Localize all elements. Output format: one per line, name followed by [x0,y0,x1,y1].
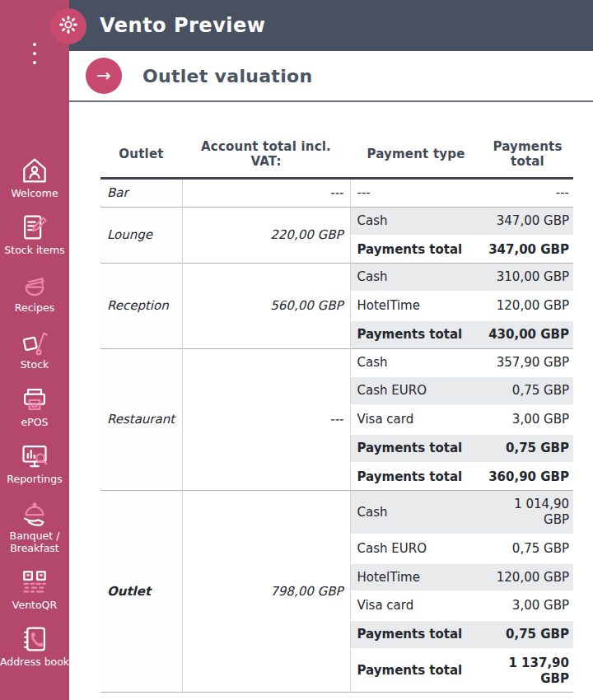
home-user-icon [19,155,50,186]
payment-type-cell: Payments total [350,620,482,649]
table-row: Reception560,00 GBPCash310,00 GBP [100,264,573,292]
account-total-cell: --- [182,348,350,491]
payment-total-cell: 120,00 GBP [482,563,573,592]
payment-type-cell: HotelTime [350,292,482,320]
table-row: Outlet798,00 GBPCash1 014,90 GBP [100,491,573,534]
payment-type-cell: Cash EURO [350,376,482,405]
payment-type-cell: Visa card [350,591,482,620]
payment-total-cell: 0,75 GBP [482,434,573,463]
sidebar-item-label: ePOS [21,417,48,428]
sidebar-item-label: Stock [21,359,49,371]
sidebar-item-label: VentoQR [12,600,57,611]
outlet-cell: Reception [100,264,182,348]
payment-total-cell: 430,00 GBP [482,320,573,348]
payment-total-cell: 120,00 GBP [482,292,573,320]
sidebar-item-label: Reportings [7,474,62,485]
table-row: Lounge220,00 GBPCash347,00 GBP [100,207,573,235]
payment-total-cell: --- [482,179,573,208]
column-header: Payment type [350,136,482,179]
qr-code-icon [19,567,50,598]
bowls-icon [19,269,50,301]
settings-button[interactable] [50,8,86,44]
sidebar-nav: WelcomeStock itemsRecipesStockePOSReport… [0,155,69,681]
payment-total-cell: 0,75 GBP [482,620,573,649]
payment-type-cell: Payments total [350,649,482,693]
payment-total-cell: 0,75 GBP [482,534,573,563]
page-nav-button[interactable]: → [86,58,122,94]
sidebar-item-stock-items[interactable]: Stock items [4,212,64,256]
sidebar-item-label: Welcome [11,188,58,199]
sidebar-item-address-book[interactable]: Address book [0,623,69,668]
payment-type-cell: Payments total [350,320,482,348]
sidebar-item-ventoqr[interactable]: VentoQR [12,567,57,611]
sidebar-item-epos[interactable]: ePOS [19,384,50,428]
payment-total-cell: 360,90 GBP [482,463,573,491]
outlet-cell: Bar [100,179,182,208]
column-header: Payments total [482,136,573,179]
payment-type-cell: Payments total [350,434,482,463]
account-total-cell: --- [182,179,350,208]
document-pencil-icon [19,212,50,243]
arrow-right-icon: → [96,66,111,86]
sidebar-item-label: Recipes [15,302,54,314]
outlet-cell: Restaurant [100,348,182,491]
payment-type-cell: Payments total [350,463,482,491]
payment-type-cell: --- [350,179,482,208]
sidebar-item-stock[interactable]: Stock [19,326,50,371]
sidebar-item-label: Banquet / Breakfast [10,530,60,554]
payment-type-cell: Cash [350,207,482,235]
table-header-row: OutletAccount total incl. VAT:Payment ty… [100,136,573,179]
outlet-cell: Outlet [100,491,182,693]
sidebar-item-recipes[interactable]: Recipes [15,269,54,314]
cloche-icon [19,497,50,529]
payment-type-cell: Cash [350,348,482,376]
table-row: Bar--------- [100,179,573,208]
app-header: Vento Preview [69,0,593,51]
payment-type-cell: Cash [350,264,482,292]
payment-total-cell: 0,75 GBP [482,376,573,405]
column-header: Outlet [100,136,182,179]
address-book-icon [19,623,50,655]
monitor-chart-icon [19,441,50,472]
sidebar-item-label: Address book [0,656,69,668]
payment-type-cell: Payments total [350,236,482,264]
payment-total-cell: 310,00 GBP [482,264,573,292]
account-total-cell: 220,00 GBP [182,207,350,264]
outlet-cell: Lounge [100,207,182,264]
sidebar: WelcomeStock itemsRecipesStockePOSReport… [0,0,69,700]
payment-type-cell: Cash EURO [350,534,482,563]
handtruck-icon [19,326,50,357]
printer-icon [19,384,50,415]
payment-total-cell: 3,00 GBP [482,405,573,434]
table-body: Bar---------Lounge220,00 GBPCash347,00 G… [100,179,573,693]
payment-type-cell: Visa card [350,405,482,434]
account-total-cell: 798,00 GBP [182,491,350,693]
page-title-strip: → Outlet valuation [69,51,593,102]
payment-total-cell: 1 137,90 GBP [482,649,573,693]
sidebar-item-welcome[interactable]: Welcome [11,155,58,199]
payment-total-cell: 1 014,90 GBP [482,491,573,534]
sidebar-item-reportings[interactable]: Reportings [7,441,62,485]
payment-type-cell: HotelTime [350,563,482,592]
app-title: Vento Preview [100,14,265,37]
vertical-dots-menu-icon[interactable] [0,40,69,68]
outlet-valuation-table: OutletAccount total incl. VAT:Payment ty… [100,136,573,693]
gear-icon [57,13,80,40]
payment-total-cell: 347,00 GBP [482,207,573,235]
payment-type-cell: Cash [350,491,482,534]
payment-total-cell: 3,00 GBP [482,591,573,620]
column-header: Account total incl. VAT: [182,136,350,179]
sidebar-item-banquet-breakfast[interactable]: Banquet / Breakfast [10,497,60,554]
main-content: OutletAccount total incl. VAT:Payment ty… [69,102,593,693]
payment-total-cell: 357,90 GBP [482,348,573,376]
payment-total-cell: 347,00 GBP [482,236,573,264]
table-row: Restaurant---Cash357,90 GBP [100,348,573,376]
account-total-cell: 560,00 GBP [182,264,350,348]
sidebar-item-label: Stock items [4,245,64,256]
page-title: Outlet valuation [142,66,312,86]
